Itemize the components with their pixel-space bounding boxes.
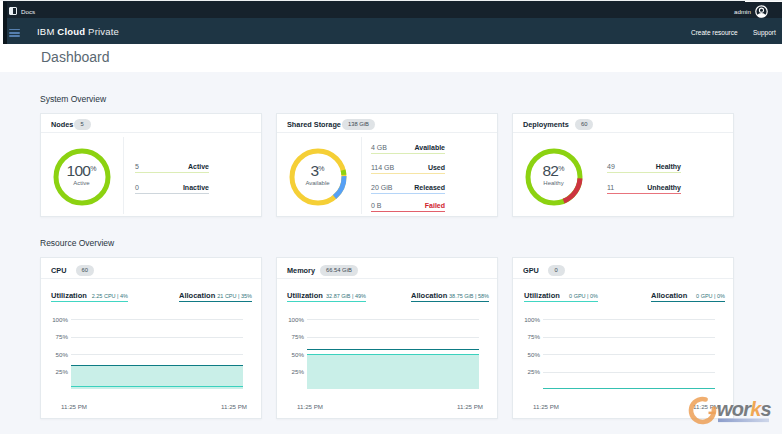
svg-text:works: works [717, 398, 772, 420]
